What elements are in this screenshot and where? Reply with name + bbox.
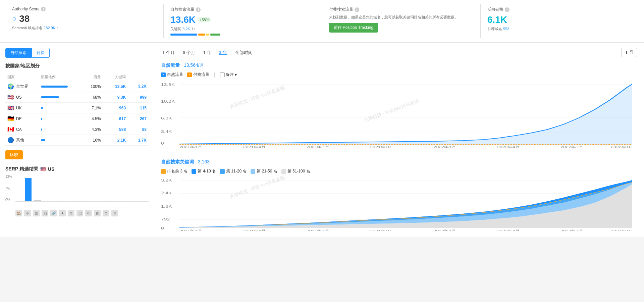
export-icon: ⬆ [625, 50, 628, 55]
serp-icon-item[interactable]: ◰ [94, 210, 101, 216]
time-2years[interactable]: 2 年 [218, 49, 229, 56]
chevron-down-icon: ▾ [235, 72, 237, 77]
legend-notes-checkbox [220, 72, 225, 77]
svg-text:2022年4月: 2022年4月 [497, 145, 520, 148]
organic-traffic-keywords: 关键词 3.2K 1↑ [170, 27, 315, 32]
keywords-link[interactable]: 3.2K [182, 27, 191, 31]
country-flag: 🇬🇧 [7, 105, 14, 111]
organic-legend-row: ✓ 自然流量 ✓ 付费流量 │ 备注 ▾ [161, 72, 637, 78]
time-1month[interactable]: 1 个月 [161, 49, 176, 56]
legend-top3-box [161, 169, 166, 174]
svg-text:2022年1月: 2022年1月 [434, 229, 457, 231]
position-tracking-button[interactable]: 前往 Position Tracking [329, 23, 378, 33]
serp-chart-area: 13% 7% 0% [5, 175, 149, 208]
export-button[interactable]: ⬆ 导 [621, 48, 637, 57]
traffic-val-cell: 963 [103, 103, 128, 113]
compare-button[interactable]: 比较 [5, 150, 23, 159]
serp-icon-item[interactable]: ★ [59, 210, 66, 216]
serp-bar-item [34, 200, 41, 201]
serp-icon-item[interactable]: 🏠 [15, 210, 22, 216]
backlinks-info-icon[interactable]: ℹ [505, 7, 509, 12]
legend-11-20-box [220, 169, 225, 174]
paid-traffic-info-icon[interactable]: ℹ [355, 7, 359, 12]
domain-rank-link[interactable]: 182.9K [44, 26, 56, 30]
traffic-bar-fill [41, 118, 42, 120]
traffic-val-cell: 13.5K [103, 81, 128, 92]
legend-notes[interactable]: 备注 ▾ [220, 72, 237, 78]
table-row: 🇺🇸 US 68% 9.3K 999 [5, 92, 149, 103]
country-name-cell: 🔵 其他 [5, 135, 39, 146]
legend-paid-checkbox: ✓ [187, 72, 192, 77]
svg-text:2022年10: 2022年10 [611, 229, 632, 231]
traffic-bar-cell [39, 135, 79, 146]
legend-top3[interactable]: 排名前 3 名 [161, 168, 187, 174]
legend-11-20[interactable]: 第 11-20 名 [220, 168, 247, 174]
serp-region-label: US [48, 166, 54, 172]
country-name-cell: 🌍 全世界 [5, 81, 39, 92]
authority-score-sub: Semrush 域名排名 182.9K ↑ [12, 26, 157, 31]
svg-text:2022年1月: 2022年1月 [434, 145, 457, 148]
legend-organic[interactable]: ✓ 自然流量 [161, 72, 183, 78]
serp-icon-item[interactable]: ⊙ [68, 210, 74, 216]
keyword-val-cell: 1.7K [128, 135, 149, 146]
serp-icon-item[interactable]: 🔗 [50, 210, 57, 216]
svg-text:2021年1月: 2021年1月 [179, 145, 202, 148]
country-name-cell: 🇨🇦 CA [5, 124, 39, 135]
legend-21-50[interactable]: 第 21-50 名 [251, 168, 277, 174]
traffic-pct-cell: 7.1% [79, 103, 103, 113]
time-6months[interactable]: 6 个月 [181, 49, 197, 56]
authority-score-value: 38 [19, 13, 30, 24]
svg-text:2021年7月: 2021年7月 [307, 229, 329, 231]
time-filter-row: 1 个月 6 个月 1 年 2 年 全部时间 ⬆ 导 [161, 48, 637, 57]
serp-icon-item[interactable]: ⟳ [85, 210, 92, 216]
serp-icon-item[interactable]: ⊙ [24, 210, 31, 216]
country-flag: 🌍 [7, 83, 14, 90]
keywords-svg-chart: 3.2K 2.4K 1.6K 792 0 [161, 178, 637, 231]
time-all[interactable]: 全部时间 [234, 49, 254, 56]
traffic-pct-cell: 100% [79, 81, 103, 92]
keyword-val-cell: 267 [128, 113, 149, 124]
table-row: 🇩🇪 DE 4.5% 617 267 [5, 113, 149, 124]
legend-4-10[interactable]: 第 4-10 名 [192, 168, 216, 174]
serp-icon-item[interactable]: ◰ [42, 210, 48, 216]
svg-text:2022年7月: 2022年7月 [560, 229, 583, 231]
referring-domains-link[interactable]: 553 [503, 27, 509, 31]
authority-score-info-icon[interactable]: ℹ [41, 7, 46, 11]
tab-organic[interactable]: 自然搜索 [5, 48, 32, 58]
time-1year[interactable]: 1 年 [202, 49, 213, 56]
serp-bar-item [15, 201, 22, 201]
serp-icon-item[interactable]: ⊙ [111, 210, 118, 216]
serp-region-flag: 🇺🇸 [40, 166, 46, 172]
country-name-label: US [16, 95, 22, 100]
chart-divider [161, 155, 637, 155]
legend-separator: │ [213, 72, 216, 77]
country-name-label: DE [16, 116, 22, 121]
table-row: 🇨🇦 CA 4.3% 588 88 [5, 124, 149, 135]
legend-paid[interactable]: ✓ 付费流量 [187, 72, 209, 78]
organic-traffic-value: 13.6K [170, 14, 196, 25]
organic-traffic-info-icon[interactable]: ℹ [196, 7, 201, 12]
legend-51-100-label: 第 51-100 名 [287, 168, 310, 174]
traffic-bar-fill [41, 139, 45, 141]
svg-text:2021年10: 2021年10 [370, 229, 391, 231]
country-name-cell: 🇩🇪 DE [5, 113, 39, 124]
serp-bar-item [25, 178, 32, 201]
keyword-val-cell: 88 [128, 124, 149, 135]
svg-text:2.4K: 2.4K [161, 191, 172, 195]
serp-icon-item[interactable]: ◫ [33, 210, 40, 216]
svg-text:2022年4月: 2022年4月 [497, 229, 520, 231]
legend-11-20-label: 第 11-20 名 [226, 168, 247, 174]
legend-4-10-label: 第 4-10 名 [198, 168, 216, 174]
serp-title: SERP 精选结果 🇺🇸 US [5, 166, 149, 172]
serp-icon-item[interactable]: ◫ [76, 210, 83, 216]
keyword-val-cell: 3.2K [128, 81, 149, 92]
svg-text:2021年10: 2021年10 [370, 145, 391, 148]
tab-paid[interactable]: 付费 [32, 48, 50, 58]
traffic-bar-cell [39, 81, 79, 92]
country-name-cell: 🇺🇸 US [5, 92, 39, 103]
traffic-pct-cell: 68% [79, 92, 103, 103]
legend-51-100[interactable]: 第 51-100 名 [281, 168, 310, 174]
traffic-pct-cell: 16% [79, 135, 103, 146]
country-section-title: 按国家/地区划分 [5, 63, 149, 69]
serp-icon-item[interactable]: ⊙ [103, 210, 109, 216]
